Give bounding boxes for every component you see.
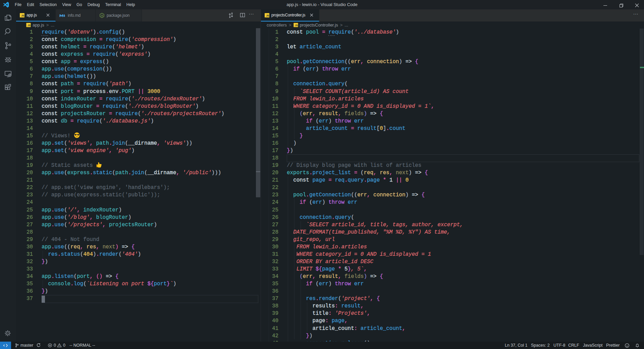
svg-text:JS: JS <box>101 14 103 17</box>
